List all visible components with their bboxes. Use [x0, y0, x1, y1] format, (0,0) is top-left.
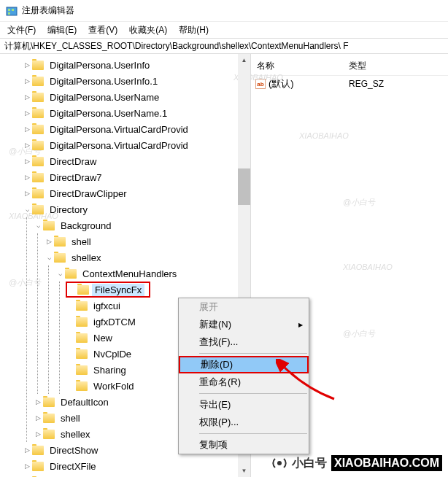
folder-icon	[43, 414, 55, 423]
menu-edit[interactable]: 编辑(E)	[45, 23, 80, 38]
folder-icon	[32, 109, 44, 118]
folder-icon	[43, 398, 55, 407]
tree-item[interactable]: ▷DirectXFile	[22, 458, 250, 474]
folder-icon	[76, 333, 88, 343]
tree-item[interactable]: ▷DirectDraw7	[22, 169, 250, 185]
expander-icon[interactable]: ▷	[22, 109, 32, 117]
menu-rename[interactable]: 重命名(R)	[179, 373, 309, 391]
menu-favorites[interactable]: 收藏夹(A)	[126, 23, 170, 38]
folder-icon	[32, 205, 44, 214]
expander-icon[interactable]: ▷	[22, 141, 32, 149]
folder-icon	[76, 365, 88, 375]
watermark-url: XIAOBAIHAO.COM	[331, 455, 442, 471]
folder-icon	[32, 77, 44, 86]
watermark-brand: 小白号	[292, 456, 327, 471]
svg-rect-3	[8, 12, 10, 15]
folder-icon	[43, 221, 55, 230]
tree-item[interactable]: ▷shell	[44, 233, 250, 249]
tree-item-contextmenuhandlers[interactable]: ⌵ContextMenuHandlers	[55, 265, 250, 282]
menu-find[interactable]: 查找(F)...	[179, 333, 309, 351]
tree-item-background[interactable]: ⌵Background	[33, 217, 250, 233]
scroll-down-button[interactable]: ▼	[238, 465, 250, 477]
menu-expand[interactable]: 展开	[179, 298, 309, 316]
tree-item[interactable]: ▷DiskManagement.Connection	[22, 474, 250, 477]
value-type: REG_SZ	[343, 79, 384, 89]
tree-item[interactable]: ▷DigitalPersona.UserName	[22, 89, 250, 105]
folder-icon	[76, 381, 88, 391]
folder-icon	[32, 125, 44, 134]
expander-icon[interactable]: ▷	[22, 61, 32, 69]
folder-icon	[54, 237, 66, 247]
scrollbar-thumb[interactable]	[238, 168, 250, 205]
tree-item[interactable]: ▷DirectDrawClipper	[22, 185, 250, 201]
menu-separator	[199, 433, 307, 434]
broadcast-icon	[271, 455, 287, 471]
svg-rect-1	[8, 9, 10, 11]
expander-icon[interactable]: ⌵	[22, 206, 32, 213]
menu-view[interactable]: 查看(V)	[85, 23, 120, 38]
title-bar: 注册表编辑器	[0, 0, 448, 22]
expander-icon[interactable]: ▷	[33, 398, 43, 406]
tree-item[interactable]: ▷DigitalPersona.UserInfo	[22, 57, 250, 73]
expander-icon[interactable]: ▷	[22, 77, 32, 85]
expander-icon[interactable]: ▷	[33, 414, 43, 422]
expander-icon[interactable]: ▷	[22, 190, 32, 197]
folder-icon	[32, 141, 44, 150]
tree-item[interactable]: ▷DigitalPersona.UserInfo.1	[22, 73, 250, 89]
folder-icon	[43, 430, 55, 439]
menu-file[interactable]: 文件(F)	[4, 23, 39, 38]
expander-icon[interactable]: ⌵	[55, 270, 65, 277]
folder-icon	[32, 61, 44, 70]
menu-delete[interactable]: 删除(D)	[179, 356, 309, 373]
folder-icon	[32, 189, 44, 198]
tree-item-directory[interactable]: ⌵Directory	[22, 201, 250, 217]
expander-icon[interactable]: ▷	[22, 446, 32, 454]
menu-help[interactable]: 帮助(H)	[176, 23, 212, 38]
value-name: (默认)	[269, 77, 294, 90]
menu-new[interactable]: 新建(N)▶	[179, 316, 309, 333]
folder-icon	[77, 285, 89, 295]
folder-icon	[76, 349, 88, 359]
folder-icon	[54, 253, 66, 263]
list-header: 名称 类型	[251, 57, 448, 76]
expander-icon[interactable]: ▷	[22, 93, 32, 101]
submenu-arrow-icon: ▶	[298, 322, 303, 328]
expander-icon[interactable]: ⌵	[33, 222, 43, 229]
column-name[interactable]: 名称	[251, 58, 343, 74]
folder-icon	[65, 269, 77, 279]
menu-copy-key-name[interactable]: 复制项	[179, 436, 309, 454]
expander-icon[interactable]: ⌵	[44, 254, 54, 261]
scroll-up-button[interactable]: ▲	[238, 54, 250, 66]
folder-icon	[32, 93, 44, 102]
tree-item[interactable]: ▷DigitalPersona.VirtualCardProvid	[22, 137, 250, 153]
expander-icon[interactable]: ▷	[33, 430, 43, 438]
tree-item-shellex[interactable]: ⌵shellex	[44, 249, 250, 265]
column-type[interactable]: 类型	[343, 58, 372, 74]
expander-icon[interactable]: ▷	[22, 174, 32, 181]
menu-separator	[199, 353, 307, 354]
regedit-icon	[6, 5, 18, 17]
folder-icon	[32, 462, 44, 471]
tree-item-filesyncfx[interactable]: •FileSyncFx	[66, 282, 150, 298]
folder-icon	[32, 173, 44, 182]
tree-item[interactable]: ▷DigitalPersona.VirtualCardProvid	[22, 121, 250, 137]
string-value-icon: ab	[255, 79, 266, 89]
expander-icon[interactable]: ▷	[22, 125, 32, 133]
tree-item[interactable]: ▷DirectDraw	[22, 153, 250, 169]
list-row[interactable]: ab(默认) REG_SZ	[251, 76, 448, 92]
address-bar[interactable]: 计算机\HKEY_CLASSES_ROOT\Directory\Backgrou…	[0, 38, 448, 54]
menu-permissions[interactable]: 权限(P)...	[179, 414, 309, 431]
expander-icon[interactable]: ▷	[44, 238, 54, 245]
svg-rect-2	[12, 9, 14, 11]
watermark-logo: 小白号 XIAOBAIHAO.COM	[271, 455, 442, 471]
expander-icon[interactable]: ▷	[22, 158, 32, 165]
context-menu: 展开 新建(N)▶ 查找(F)... 删除(D) 重命名(R) 导出(E) 权限…	[178, 298, 309, 454]
menu-export[interactable]: 导出(E)	[179, 396, 309, 414]
expander-icon[interactable]: ▷	[22, 462, 32, 470]
folder-icon	[32, 446, 44, 455]
menu-separator	[199, 393, 307, 394]
folder-icon	[76, 317, 88, 327]
svg-point-4	[277, 461, 282, 465]
window-title: 注册表编辑器	[22, 4, 74, 17]
tree-item[interactable]: ▷DigitalPersona.UserName.1	[22, 105, 250, 121]
